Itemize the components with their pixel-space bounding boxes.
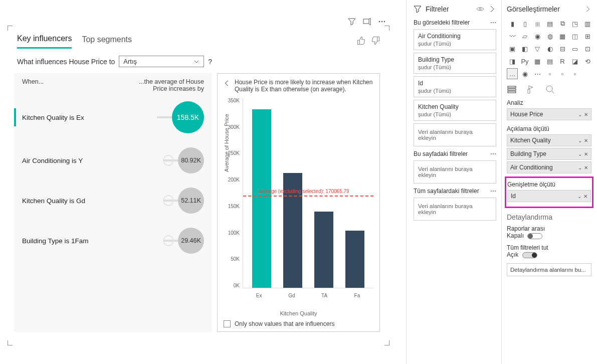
add-page-filter[interactable]: Veri alanlarını buraya ekleyin xyxy=(414,160,496,184)
influencer-row[interactable]: Building Type is 1Fam 29.46K xyxy=(22,228,204,254)
chevron-down-icon[interactable]: ⌄ xyxy=(578,151,582,157)
viz-type-icon[interactable]: … xyxy=(507,68,518,79)
chevron-down-icon[interactable]: ⌄ xyxy=(578,165,582,170)
chart-bar[interactable] xyxy=(252,109,271,288)
viz-type-icon[interactable]: ⧉ xyxy=(557,18,568,29)
visualizations-pane: Görselleştirmeler ▮▯⫼▤⧉◳▥〰▱◉◍▦◫⊞▣◧▽◐⊟▭⊡◨… xyxy=(501,0,596,364)
filter-icon[interactable] xyxy=(348,18,356,26)
influencer-label: Kitchen Quality is Gd xyxy=(22,197,163,205)
viz-title: Görselleştirmeler xyxy=(507,5,560,13)
remove-icon[interactable]: ✕ xyxy=(584,138,588,143)
viz-type-icon[interactable]: ◨ xyxy=(507,56,518,67)
more-options-icon[interactable] xyxy=(378,18,386,26)
thumbs-up-icon[interactable] xyxy=(357,36,366,47)
keep-filters-toggle[interactable] xyxy=(522,252,537,258)
only-influencers-checkbox[interactable] xyxy=(224,320,231,327)
viz-type-icon[interactable]: ▫ xyxy=(557,68,568,79)
chevron-down-icon[interactable]: ⌄ xyxy=(578,112,582,117)
more-icon[interactable]: ⋯ xyxy=(490,150,496,157)
on-label: Açık xyxy=(507,251,518,258)
add-all-pages-filter[interactable]: Veri alanlarını buraya ekleyin xyxy=(414,198,496,221)
viz-type-icon[interactable]: ◧ xyxy=(519,43,530,54)
viz-type-icon[interactable]: ▣ xyxy=(507,43,518,54)
viz-type-icon[interactable]: ▮ xyxy=(507,18,518,29)
viz-type-icon[interactable]: ⫼ xyxy=(532,18,543,29)
add-visual-filter[interactable]: Veri alanlarını buraya ekleyin xyxy=(414,123,496,146)
filter-card[interactable]: Idşudur (Tümü) xyxy=(414,76,496,97)
cross-report-toggle[interactable] xyxy=(527,233,542,239)
back-arrow-icon[interactable] xyxy=(224,80,231,87)
tab-key-influencers[interactable]: Key influencers xyxy=(17,34,72,49)
drill-placeholder[interactable]: Detaylandırma alanlarını bu... xyxy=(507,263,591,276)
viz-type-icon[interactable]: ▥ xyxy=(582,18,593,29)
chart-bar[interactable] xyxy=(345,231,364,288)
viz-type-icon[interactable]: ◍ xyxy=(544,31,555,42)
remove-icon[interactable]: ✕ xyxy=(583,194,587,199)
filter-card[interactable]: Building Typeşudur (Tümü) xyxy=(414,53,496,74)
viz-type-icon[interactable]: ⋯ xyxy=(532,68,543,79)
chevron-right-icon[interactable] xyxy=(584,6,591,13)
influencer-row[interactable]: Kitchen Quality is Ex 158.5K xyxy=(22,101,204,133)
svg-point-8 xyxy=(546,86,552,92)
remove-icon[interactable]: ✕ xyxy=(584,151,588,157)
viz-type-icon[interactable]: ▫ xyxy=(569,68,580,79)
viz-type-icon[interactable]: ▽ xyxy=(532,43,543,54)
viz-type-icon[interactable]: ◪ xyxy=(569,56,580,67)
viz-type-icon[interactable]: ◉ xyxy=(532,31,543,42)
analytics-tab-icon[interactable] xyxy=(545,84,555,94)
influencer-value: 29.46K xyxy=(178,228,204,254)
eye-icon[interactable] xyxy=(476,5,484,13)
viz-type-icon[interactable]: ▭ xyxy=(569,43,580,54)
more-icon[interactable]: ⋯ xyxy=(490,19,496,26)
x-axis-title: Kitchen Quality xyxy=(224,310,373,316)
focus-mode-icon[interactable] xyxy=(363,18,371,26)
chevron-down-icon[interactable]: ⌄ xyxy=(577,194,581,199)
fields-tab-icon[interactable] xyxy=(507,84,517,94)
chevron-down-icon[interactable]: ⌄ xyxy=(578,138,582,143)
viz-type-icon[interactable]: ▤ xyxy=(544,56,555,67)
filter-card[interactable]: Kitchen Qualityşudur (Tümü) xyxy=(414,100,496,121)
viz-type-icon[interactable]: ⊞ xyxy=(582,31,593,42)
explain-field-well[interactable]: Air Conditioning⌄✕ xyxy=(507,161,591,173)
explain-field-well[interactable]: Kitchen Quality⌄✕ xyxy=(507,134,591,146)
format-tab-icon[interactable] xyxy=(526,84,536,94)
chart-bar[interactable] xyxy=(314,212,333,288)
filters-title: Filtreler xyxy=(426,5,472,13)
tab-top-segments[interactable]: Top segments xyxy=(82,35,132,48)
viz-type-icon[interactable]: ◉ xyxy=(519,68,530,79)
viz-type-icon[interactable]: ▱ xyxy=(519,31,530,42)
viz-type-icon[interactable]: R xyxy=(557,56,568,67)
viz-type-icon[interactable]: 〰 xyxy=(507,31,518,42)
viz-type-icon[interactable]: ⊟ xyxy=(557,43,568,54)
svg-rect-7 xyxy=(508,91,516,93)
remove-icon[interactable]: ✕ xyxy=(584,112,588,117)
svg-point-3 xyxy=(384,21,385,23)
thumbs-down-icon[interactable] xyxy=(371,36,380,47)
viz-type-icon[interactable]: ▦ xyxy=(532,56,543,67)
filter-field-name: Kitchen Quality xyxy=(418,103,492,110)
analyze-field-well[interactable]: House Price ⌄✕ xyxy=(507,108,591,120)
viz-type-icon[interactable]: ◫ xyxy=(569,31,580,42)
chevron-right-icon[interactable] xyxy=(488,5,496,13)
influencer-row[interactable]: Kitchen Quality is Gd 52.11K xyxy=(22,188,204,214)
influencer-row[interactable]: Air Conditioning is Y 80.92K xyxy=(22,147,204,173)
viz-type-icon[interactable]: ▤ xyxy=(544,18,555,29)
direction-dropdown[interactable]: Artış xyxy=(119,56,204,67)
more-icon[interactable]: ⋯ xyxy=(490,188,496,195)
viz-type-icon[interactable]: ⟲ xyxy=(582,56,593,67)
filter-card[interactable]: Air Conditioningşudur (Tümü) xyxy=(414,29,496,50)
viz-type-icon[interactable]: ◐ xyxy=(544,43,555,54)
remove-icon[interactable]: ✕ xyxy=(584,165,588,170)
explain-field-well[interactable]: Building Type⌄✕ xyxy=(507,148,591,160)
chart-description: House Price is more likely to increase w… xyxy=(235,79,373,93)
expand-field-well[interactable]: Id ⌄✕ xyxy=(507,190,591,202)
viz-type-icon[interactable]: Py xyxy=(519,56,530,67)
viz-type-icon[interactable]: ▫ xyxy=(544,68,555,79)
viz-type-icon[interactable]: ▦ xyxy=(557,31,568,42)
viz-type-icon[interactable]: ▯ xyxy=(519,18,530,29)
influencer-value: 52.11K xyxy=(178,188,204,214)
viz-type-icon[interactable]: ◳ xyxy=(569,18,580,29)
help-icon[interactable]: ? xyxy=(208,58,212,66)
key-influencers-visual[interactable]: Key influencers Top segments What influe… xyxy=(9,27,388,344)
viz-type-icon[interactable]: ⊡ xyxy=(582,43,593,54)
